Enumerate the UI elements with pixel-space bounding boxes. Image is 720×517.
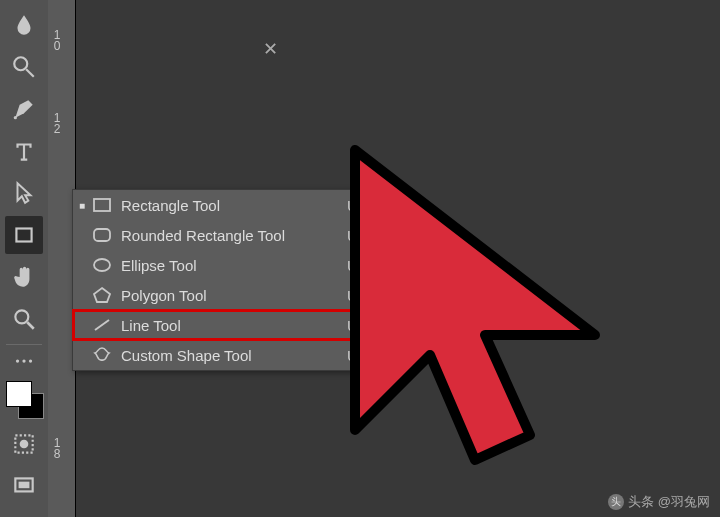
zoom-tool[interactable] xyxy=(5,300,43,338)
flyout-item-rectangle[interactable]: ■ Rectangle Tool U xyxy=(73,190,371,220)
flyout-item-rounded-rectangle[interactable]: Rounded Rectangle Tool U xyxy=(73,220,371,250)
flyout-label: Rectangle Tool xyxy=(117,197,347,214)
rectangle-icon xyxy=(87,197,117,213)
flyout-shortcut: U xyxy=(347,287,363,304)
flyout-item-ellipse[interactable]: Ellipse Tool U xyxy=(73,250,371,280)
flyout-item-polygon[interactable]: Polygon Tool U xyxy=(73,280,371,310)
selected-dot-icon: ■ xyxy=(77,200,87,211)
ruler-tick: 10 xyxy=(52,30,62,52)
quick-mask-tool[interactable] xyxy=(5,425,43,463)
svg-rect-12 xyxy=(19,482,30,489)
ruler-tick: 12 xyxy=(52,113,62,135)
svg-point-8 xyxy=(29,359,32,362)
flyout-shortcut: U xyxy=(347,227,363,244)
flyout-item-line[interactable]: Line Tool U xyxy=(73,310,371,340)
type-tool[interactable] xyxy=(5,132,43,170)
svg-rect-14 xyxy=(94,229,110,241)
edit-toolbar-button[interactable] xyxy=(5,351,43,371)
blur-tool[interactable] xyxy=(5,6,43,44)
svg-point-7 xyxy=(22,359,25,362)
watermark-text: 头条 @羽兔网 xyxy=(628,493,710,511)
screen-mode-tool[interactable] xyxy=(5,467,43,505)
svg-point-4 xyxy=(15,310,28,323)
polygon-icon xyxy=(87,286,117,304)
svg-point-6 xyxy=(16,359,19,362)
svg-line-17 xyxy=(95,320,109,330)
foreground-color-swatch[interactable] xyxy=(6,381,32,407)
hand-tool[interactable] xyxy=(5,258,43,296)
svg-rect-13 xyxy=(94,199,110,211)
ellipse-icon xyxy=(87,257,117,273)
svg-point-10 xyxy=(20,440,29,449)
ruler-tick: 18 xyxy=(52,438,62,460)
shape-tool-flyout: ■ Rectangle Tool U Rounded Rectangle Too… xyxy=(72,189,372,371)
custom-shape-icon xyxy=(87,346,117,364)
flyout-label: Line Tool xyxy=(117,317,347,334)
dodge-tool[interactable] xyxy=(5,48,43,86)
svg-rect-3 xyxy=(16,229,31,242)
color-swatches[interactable] xyxy=(4,379,44,419)
flyout-label: Polygon Tool xyxy=(117,287,347,304)
line-icon xyxy=(87,317,117,333)
svg-point-2 xyxy=(14,116,17,119)
toolbar-divider xyxy=(6,344,42,345)
tool-palette xyxy=(0,0,48,517)
svg-line-1 xyxy=(26,69,34,77)
flyout-shortcut: U xyxy=(347,197,363,214)
rounded-rectangle-icon xyxy=(87,227,117,243)
flyout-shortcut: U xyxy=(347,257,363,274)
shape-tool[interactable] xyxy=(5,216,43,254)
watermark-logo-icon: 头 xyxy=(608,494,624,510)
flyout-shortcut: U xyxy=(347,347,363,364)
flyout-item-custom-shape[interactable]: Custom Shape Tool U xyxy=(73,340,371,370)
flyout-label: Ellipse Tool xyxy=(117,257,347,274)
flyout-shortcut: U xyxy=(347,317,363,334)
pen-tool[interactable] xyxy=(5,90,43,128)
watermark: 头 头条 @羽兔网 xyxy=(608,493,710,511)
flyout-label: Rounded Rectangle Tool xyxy=(117,227,347,244)
flyout-label: Custom Shape Tool xyxy=(117,347,347,364)
svg-line-5 xyxy=(27,322,34,329)
close-icon[interactable]: ✕ xyxy=(263,38,278,60)
svg-point-15 xyxy=(94,259,110,271)
svg-marker-16 xyxy=(94,288,110,302)
svg-point-0 xyxy=(14,57,27,70)
path-selection-tool[interactable] xyxy=(5,174,43,212)
